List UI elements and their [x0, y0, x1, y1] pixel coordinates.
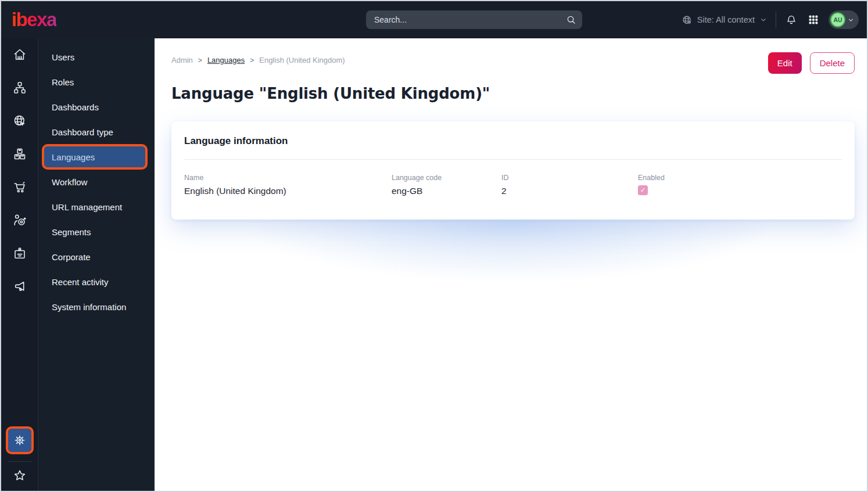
topbar-divider	[776, 12, 776, 28]
ibexa-logo[interactable]: ibexa	[12, 9, 56, 31]
chevron-down-icon	[759, 16, 767, 24]
sidebar-item-site[interactable]	[8, 114, 31, 128]
search-icon	[566, 15, 576, 25]
icon-rail	[1, 38, 38, 491]
menu-item-segments[interactable]: Segments	[44, 221, 145, 242]
icon-rail-top	[8, 48, 31, 293]
field-language-code: Language code eng-GB	[392, 174, 501, 196]
notifications-button[interactable]	[784, 13, 798, 27]
language-information-card: Language information Name English (Unite…	[171, 121, 855, 220]
sidebar-item-personalization[interactable]	[8, 213, 31, 227]
breadcrumb-languages-link[interactable]: Languages	[207, 56, 245, 64]
star-icon	[13, 469, 27, 483]
sidebar-item-home[interactable]	[8, 48, 31, 62]
topbar-right-cluster: Site: All context AU	[682, 1, 859, 38]
breadcrumb-admin: Admin	[171, 56, 193, 64]
edit-button[interactable]: Edit	[768, 52, 802, 74]
menu-item-roles[interactable]: Roles	[44, 71, 145, 92]
breadcrumb-separator: >	[250, 56, 254, 64]
breadcrumb-current: English (United Kingdom)	[259, 56, 345, 64]
menu-item-corporate[interactable]: Corporate	[44, 246, 145, 267]
enabled-checkbox: ✓	[638, 185, 648, 195]
page-title: Language "English (United Kingdom)"	[171, 85, 867, 102]
sidebar-item-settings-selected[interactable]	[8, 429, 31, 452]
globe-cursor-icon	[13, 114, 27, 128]
user-menu[interactable]: AU	[828, 10, 859, 29]
menu-item-system-information[interactable]: System information	[44, 296, 145, 317]
menu-item-dashboard-type[interactable]: Dashboard type	[44, 121, 145, 142]
chevron-down-icon	[847, 16, 855, 24]
field-id: ID 2	[501, 174, 638, 196]
app-switcher-button[interactable]	[806, 13, 820, 27]
icon-rail-bottom	[8, 429, 31, 483]
action-buttons: Edit Delete	[768, 52, 855, 74]
site-context-label: Site: All context	[697, 15, 755, 24]
card-heading: Language information	[184, 135, 842, 147]
app-window: ibexa Site: All context AU	[0, 0, 868, 492]
sidebar-item-bookmarks[interactable]	[8, 469, 31, 483]
menu-item-languages[interactable]: Languages	[44, 146, 145, 167]
badge-icon	[13, 246, 27, 260]
breadcrumb-separator: >	[198, 56, 202, 64]
field-value: eng-GB	[392, 186, 501, 196]
globe-icon	[682, 15, 693, 26]
sitemap-icon	[13, 81, 27, 95]
megaphone-icon	[13, 279, 27, 293]
field-label: Name	[184, 174, 392, 182]
menu-item-workflow[interactable]: Workflow	[44, 171, 145, 192]
sidebar-item-corporate[interactable]	[8, 246, 31, 260]
field-grid: Name English (United Kingdom) Language c…	[184, 160, 842, 196]
gear-icon	[13, 433, 27, 447]
sidebar-item-content-structure[interactable]	[8, 81, 31, 95]
home-icon	[13, 48, 27, 62]
avatar: AU	[830, 12, 845, 27]
bell-icon	[785, 14, 797, 26]
person-target-icon	[13, 213, 27, 227]
menu-item-recent-activity[interactable]: Recent activity	[44, 271, 145, 292]
search-input[interactable]	[374, 15, 566, 24]
grid-icon	[808, 14, 819, 26]
sidebar-item-commerce[interactable]	[8, 180, 31, 194]
rail-divider	[8, 461, 31, 462]
field-enabled: Enabled ✓	[638, 174, 842, 196]
main-content: Admin > Languages > English (United King…	[155, 38, 867, 491]
field-label: ID	[501, 174, 638, 182]
cart-icon	[13, 180, 27, 194]
breadcrumb: Admin > Languages > English (United King…	[171, 56, 345, 64]
site-context-selector[interactable]: Site: All context	[682, 15, 767, 26]
delete-button[interactable]: Delete	[810, 52, 855, 74]
field-value: 2	[501, 186, 638, 196]
field-label: Enabled	[638, 174, 842, 182]
menu-item-users[interactable]: Users	[44, 46, 145, 67]
field-name: Name English (United Kingdom)	[184, 174, 392, 196]
sidebar-item-products[interactable]	[8, 147, 31, 161]
sidebar-item-marketing[interactable]	[8, 279, 31, 293]
menu-item-url-management[interactable]: URL management	[44, 196, 145, 217]
search-bar[interactable]	[366, 10, 582, 29]
field-label: Language code	[392, 174, 501, 182]
menu-item-dashboards[interactable]: Dashboards	[44, 96, 145, 117]
admin-menu: Users Roles Dashboards Dashboard type La…	[38, 38, 155, 491]
field-value: English (United Kingdom)	[184, 186, 392, 196]
top-bar: ibexa Site: All context AU	[1, 1, 867, 38]
boxes-icon	[13, 147, 27, 161]
